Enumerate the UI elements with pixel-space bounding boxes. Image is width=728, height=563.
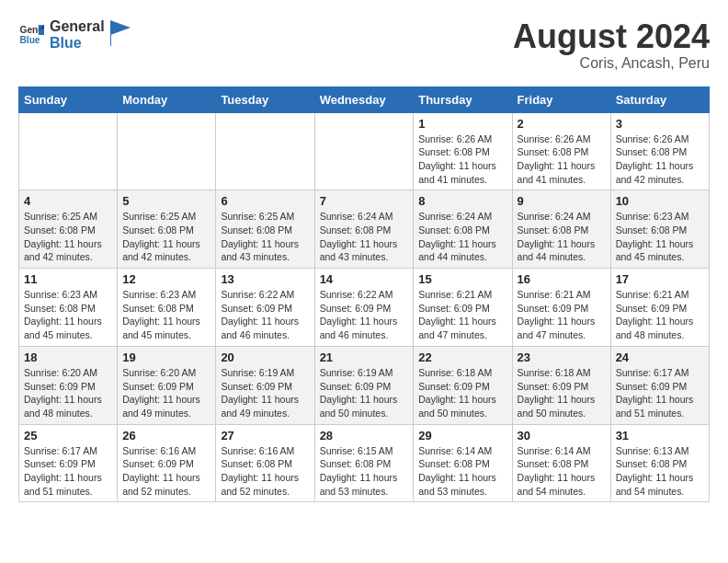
- day-detail: Sunrise: 6:21 AM Sunset: 6:09 PM Dayligh…: [418, 288, 506, 342]
- day-number: 4: [24, 194, 112, 208]
- day-detail: Sunrise: 6:18 AM Sunset: 6:09 PM Dayligh…: [418, 366, 506, 420]
- day-number: 12: [122, 272, 210, 286]
- calendar-cell: 15Sunrise: 6:21 AM Sunset: 6:09 PM Dayli…: [414, 269, 512, 347]
- calendar-cell: 24Sunrise: 6:17 AM Sunset: 6:09 PM Dayli…: [610, 346, 709, 424]
- calendar-cell: 19Sunrise: 6:20 AM Sunset: 6:09 PM Dayli…: [118, 346, 216, 424]
- calendar-cell: 8Sunrise: 6:24 AM Sunset: 6:08 PM Daylig…: [414, 190, 512, 269]
- day-detail: Sunrise: 6:13 AM Sunset: 6:08 PM Dayligh…: [616, 444, 704, 499]
- day-number: 24: [616, 350, 704, 364]
- title-area: August 2024 Coris, Ancash, Peru: [513, 18, 710, 72]
- logo-blue-text: Blue: [50, 35, 105, 52]
- day-number: 1: [418, 117, 506, 131]
- day-detail: Sunrise: 6:26 AM Sunset: 6:08 PM Dayligh…: [418, 132, 506, 187]
- header-thursday: Thursday: [414, 86, 512, 112]
- calendar-cell: 20Sunrise: 6:19 AM Sunset: 6:09 PM Dayli…: [216, 346, 314, 424]
- day-number: 16: [518, 272, 606, 286]
- day-number: 8: [418, 194, 506, 208]
- day-number: 15: [418, 272, 506, 286]
- header-wednesday: Wednesday: [314, 86, 414, 112]
- day-detail: Sunrise: 6:24 AM Sunset: 6:08 PM Dayligh…: [320, 210, 409, 264]
- svg-marker-4: [110, 20, 131, 35]
- logo-general-text: General: [50, 18, 105, 35]
- day-detail: Sunrise: 6:21 AM Sunset: 6:09 PM Dayligh…: [518, 288, 606, 342]
- day-number: 9: [518, 194, 606, 208]
- day-detail: Sunrise: 6:25 AM Sunset: 6:08 PM Dayligh…: [221, 210, 309, 264]
- logo-flag-icon: [110, 20, 131, 46]
- header-tuesday: Tuesday: [216, 86, 314, 112]
- day-number: 13: [221, 272, 309, 286]
- day-number: 3: [616, 117, 704, 131]
- header-friday: Friday: [512, 86, 610, 112]
- header-saturday: Saturday: [610, 86, 709, 112]
- page-header: General Blue General Blue August 2024 Co…: [18, 18, 710, 72]
- day-number: 14: [320, 272, 409, 286]
- calendar-cell: 7Sunrise: 6:24 AM Sunset: 6:08 PM Daylig…: [314, 190, 414, 269]
- day-detail: Sunrise: 6:19 AM Sunset: 6:09 PM Dayligh…: [221, 366, 309, 420]
- day-detail: Sunrise: 6:15 AM Sunset: 6:08 PM Dayligh…: [320, 444, 409, 499]
- calendar-cell: 30Sunrise: 6:14 AM Sunset: 6:08 PM Dayli…: [512, 424, 610, 502]
- day-number: 23: [518, 350, 606, 364]
- calendar-cell: 3Sunrise: 6:26 AM Sunset: 6:08 PM Daylig…: [610, 112, 709, 190]
- main-title: August 2024: [513, 18, 710, 55]
- calendar-cell: [216, 112, 314, 190]
- calendar-cell: 18Sunrise: 6:20 AM Sunset: 6:09 PM Dayli…: [19, 346, 118, 424]
- calendar-cell: 9Sunrise: 6:24 AM Sunset: 6:08 PM Daylig…: [512, 190, 610, 269]
- calendar-cell: 6Sunrise: 6:25 AM Sunset: 6:08 PM Daylig…: [216, 190, 314, 269]
- day-detail: Sunrise: 6:23 AM Sunset: 6:08 PM Dayligh…: [122, 288, 210, 342]
- svg-text:Blue: Blue: [20, 35, 40, 45]
- calendar-week-row: 11Sunrise: 6:23 AM Sunset: 6:08 PM Dayli…: [19, 269, 710, 347]
- day-detail: Sunrise: 6:23 AM Sunset: 6:08 PM Dayligh…: [24, 288, 112, 342]
- calendar-cell: 29Sunrise: 6:14 AM Sunset: 6:08 PM Dayli…: [414, 424, 512, 502]
- calendar-week-row: 4Sunrise: 6:25 AM Sunset: 6:08 PM Daylig…: [19, 190, 710, 269]
- sub-title: Coris, Ancash, Peru: [513, 55, 710, 72]
- day-number: 19: [122, 350, 210, 364]
- day-detail: Sunrise: 6:16 AM Sunset: 6:08 PM Dayligh…: [221, 444, 309, 499]
- calendar-week-row: 18Sunrise: 6:20 AM Sunset: 6:09 PM Dayli…: [19, 346, 710, 424]
- day-detail: Sunrise: 6:16 AM Sunset: 6:09 PM Dayligh…: [122, 444, 210, 499]
- day-detail: Sunrise: 6:25 AM Sunset: 6:08 PM Dayligh…: [24, 210, 112, 264]
- calendar-cell: 14Sunrise: 6:22 AM Sunset: 6:09 PM Dayli…: [314, 269, 414, 347]
- day-detail: Sunrise: 6:26 AM Sunset: 6:08 PM Dayligh…: [518, 132, 606, 187]
- day-number: 5: [122, 194, 210, 208]
- calendar-table: SundayMondayTuesdayWednesdayThursdayFrid…: [18, 86, 710, 503]
- day-detail: Sunrise: 6:17 AM Sunset: 6:09 PM Dayligh…: [24, 444, 112, 499]
- day-number: 21: [320, 350, 409, 364]
- day-detail: Sunrise: 6:23 AM Sunset: 6:08 PM Dayligh…: [616, 210, 704, 264]
- day-number: 10: [616, 194, 704, 208]
- calendar-cell: [314, 112, 414, 190]
- day-number: 11: [24, 272, 112, 286]
- calendar-cell: 28Sunrise: 6:15 AM Sunset: 6:08 PM Dayli…: [314, 424, 414, 502]
- day-detail: Sunrise: 6:18 AM Sunset: 6:09 PM Dayligh…: [518, 366, 606, 420]
- logo-icon: General Blue: [18, 22, 44, 48]
- day-detail: Sunrise: 6:17 AM Sunset: 6:09 PM Dayligh…: [616, 366, 704, 420]
- day-detail: Sunrise: 6:22 AM Sunset: 6:09 PM Dayligh…: [320, 288, 409, 342]
- day-number: 26: [122, 429, 210, 442]
- day-number: 28: [320, 429, 409, 442]
- calendar-cell: 2Sunrise: 6:26 AM Sunset: 6:08 PM Daylig…: [512, 112, 610, 190]
- day-detail: Sunrise: 6:19 AM Sunset: 6:09 PM Dayligh…: [320, 366, 409, 420]
- calendar-cell: [19, 112, 118, 190]
- day-number: 2: [518, 117, 606, 131]
- calendar-header-row: SundayMondayTuesdayWednesdayThursdayFrid…: [19, 86, 710, 112]
- header-sunday: Sunday: [19, 86, 118, 112]
- day-detail: Sunrise: 6:14 AM Sunset: 6:08 PM Dayligh…: [418, 444, 506, 499]
- day-number: 17: [616, 272, 704, 286]
- day-number: 18: [24, 350, 112, 364]
- calendar-cell: [118, 112, 216, 190]
- day-detail: Sunrise: 6:26 AM Sunset: 6:08 PM Dayligh…: [616, 132, 704, 187]
- calendar-cell: 26Sunrise: 6:16 AM Sunset: 6:09 PM Dayli…: [118, 424, 216, 502]
- day-number: 30: [518, 429, 606, 442]
- calendar-cell: 22Sunrise: 6:18 AM Sunset: 6:09 PM Dayli…: [414, 346, 512, 424]
- day-detail: Sunrise: 6:24 AM Sunset: 6:08 PM Dayligh…: [518, 210, 606, 264]
- day-detail: Sunrise: 6:24 AM Sunset: 6:08 PM Dayligh…: [418, 210, 506, 264]
- day-detail: Sunrise: 6:25 AM Sunset: 6:08 PM Dayligh…: [122, 210, 210, 264]
- day-number: 6: [221, 194, 309, 208]
- logo: General Blue General Blue: [18, 18, 131, 51]
- calendar-cell: 25Sunrise: 6:17 AM Sunset: 6:09 PM Dayli…: [19, 424, 118, 502]
- calendar-cell: 17Sunrise: 6:21 AM Sunset: 6:09 PM Dayli…: [610, 269, 709, 347]
- calendar-cell: 16Sunrise: 6:21 AM Sunset: 6:09 PM Dayli…: [512, 269, 610, 347]
- calendar-cell: 21Sunrise: 6:19 AM Sunset: 6:09 PM Dayli…: [314, 346, 414, 424]
- calendar-cell: 5Sunrise: 6:25 AM Sunset: 6:08 PM Daylig…: [118, 190, 216, 269]
- header-monday: Monday: [118, 86, 216, 112]
- calendar-cell: 31Sunrise: 6:13 AM Sunset: 6:08 PM Dayli…: [610, 424, 709, 502]
